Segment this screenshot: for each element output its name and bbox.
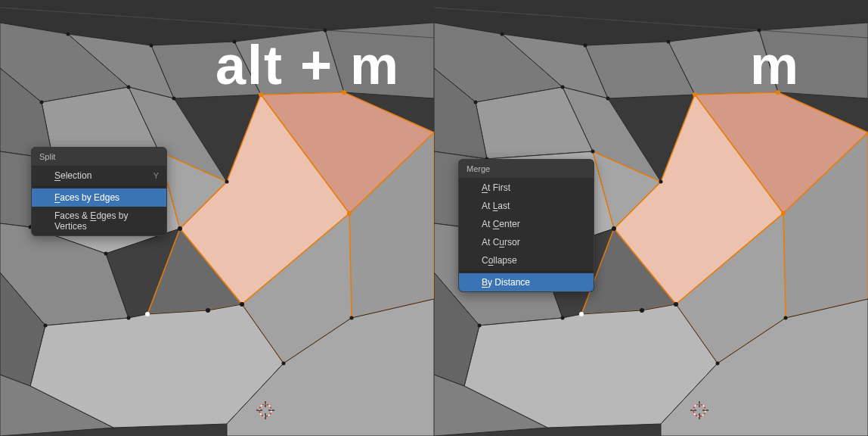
svg-point-86 [561,86,565,89]
left-shortcut-label: alt + m [215,34,400,96]
menu-item-label: At Cursor [482,237,520,248]
svg-point-99 [758,29,761,33]
svg-point-90 [501,33,504,36]
svg-point-100 [667,40,671,44]
merge-menu-header: Merge [459,160,594,179]
right-viewport-panel: m Merge At First At Last At Center At Cu… [434,0,868,436]
menu-item-label: At First [482,182,510,193]
menu-item-label: Faces by Edges [54,192,119,203]
svg-point-32 [127,86,131,89]
merge-menu-item-at-first[interactable]: At First [459,179,594,197]
svg-point-45 [324,29,327,33]
svg-point-43 [282,362,286,366]
svg-point-39 [104,252,108,256]
svg-point-30 [178,226,182,231]
left-viewport-panel: alt + m Split Selection Y Faces by Edges… [0,0,434,436]
svg-point-82 [674,302,678,307]
merge-menu-item-at-cursor[interactable]: At Cursor [459,233,594,251]
menu-separator [459,271,594,272]
svg-point-37 [40,101,44,104]
svg-point-88 [591,150,595,154]
svg-point-27 [347,211,352,216]
svg-point-41 [44,324,48,328]
svg-point-98 [784,316,788,320]
svg-point-31 [145,312,150,316]
svg-point-28 [240,302,244,307]
svg-point-29 [206,308,210,313]
menu-item-label: By Distance [482,277,530,288]
merge-menu-item-collapse[interactable]: Collapse [459,251,594,269]
svg-point-101 [584,44,587,48]
svg-point-42 [127,316,131,320]
svg-point-35 [225,180,229,184]
svg-point-87 [606,97,610,101]
svg-point-83 [640,308,644,313]
right-shortcut-label: m [750,34,800,96]
menu-item-label: Collapse [482,255,517,266]
svg-point-91 [474,101,478,104]
menu-item-label: Faces & Edges by Vertices [54,210,159,232]
menu-item-label: At Center [482,219,520,229]
merge-menu-item-at-center[interactable]: At Center [459,215,594,233]
menu-item-label: Selection [54,170,91,181]
svg-point-81 [781,211,786,216]
menu-item-label: At Last [482,201,510,211]
merge-menu-item-at-last[interactable]: At Last [459,197,594,215]
svg-point-84 [612,226,616,231]
merge-menu-item-by-distance[interactable]: By Distance [459,273,594,291]
svg-point-36 [67,33,70,36]
merge-context-menu: Merge At First At Last At Center At Curs… [458,159,594,292]
split-menu-header: Split [32,148,166,167]
menu-item-shortcut: Y [153,171,159,180]
split-menu-item-faces-edges-by-vertices[interactable]: Faces & Edges by Vertices [32,207,166,235]
svg-point-95 [478,324,482,328]
svg-point-97 [716,362,720,366]
svg-point-85 [579,312,584,316]
svg-point-44 [350,316,354,320]
svg-point-47 [150,44,153,48]
svg-point-79 [693,92,697,97]
svg-point-89 [659,180,663,184]
menu-separator [32,186,166,187]
split-context-menu: Split Selection Y Faces by Edges Faces &… [31,147,167,236]
svg-point-33 [172,97,176,101]
svg-point-96 [561,316,565,320]
split-menu-item-selection[interactable]: Selection Y [32,167,166,185]
split-menu-item-faces-by-edges[interactable]: Faces by Edges [32,188,166,207]
